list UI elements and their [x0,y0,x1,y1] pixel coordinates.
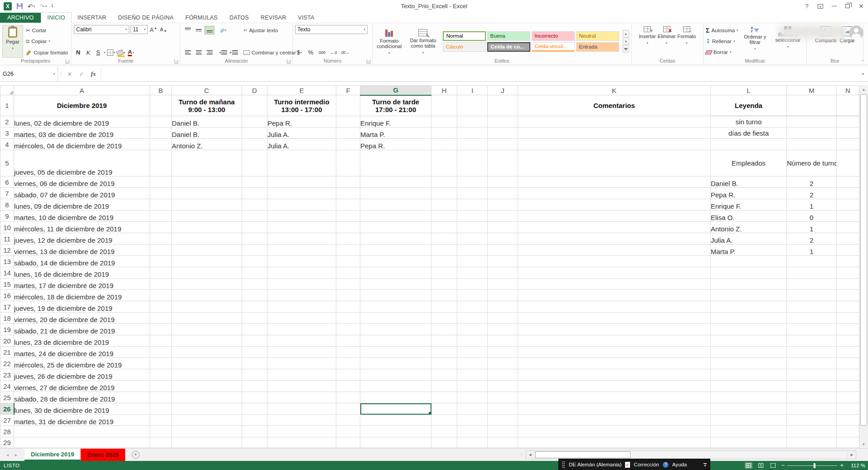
close-button[interactable]: ✕ [854,1,868,11]
cell-F4[interactable] [336,139,360,150]
cell-C15[interactable] [172,279,242,290]
cell-E27[interactable] [267,415,336,426]
cell-style-neutral[interactable]: Neutral [576,31,619,41]
cell-C27[interactable] [172,415,242,426]
page-break-view-button[interactable] [769,462,777,469]
cell-D27[interactable] [242,415,267,426]
row-header-12[interactable]: 12 [0,245,14,256]
row-header-28[interactable]: 28 [0,426,14,437]
underline-button[interactable]: S [94,48,102,57]
cell-K9[interactable] [518,211,711,222]
cell-I25[interactable] [457,392,488,403]
cell-A28[interactable] [14,426,150,437]
cell-F9[interactable] [336,211,360,222]
cell-H17[interactable] [432,301,457,313]
cell-E22[interactable] [267,358,336,369]
align-right-button[interactable] [204,48,214,57]
cell-E7[interactable] [267,188,336,199]
cell-D12[interactable] [242,245,267,256]
cell-H24[interactable] [432,381,457,392]
cell-A3[interactable]: martes, 03 de diciembre de 2019 [14,127,150,139]
cell-E12[interactable] [267,245,336,256]
cell-H14[interactable] [432,267,457,279]
cell-G19[interactable] [360,324,432,335]
cell-D5[interactable] [242,150,267,176]
cell-H2[interactable] [432,116,457,127]
cell-D4[interactable] [242,139,267,150]
row-header-16[interactable]: 16 [0,290,14,301]
clipboard-dialog-launcher-icon[interactable] [66,59,70,64]
cell-G9[interactable] [360,211,432,222]
cell-C24[interactable] [172,381,242,392]
cell-F25[interactable] [336,392,360,403]
cell-K20[interactable] [518,335,711,347]
cell-L7[interactable]: Pepa R. [711,188,787,199]
paste-button[interactable]: Pegar ▾ [2,25,23,58]
wrap-text-button[interactable]: ↩Ajustar texto [243,26,299,34]
cell-I9[interactable] [457,211,488,222]
cell-K1[interactable]: Comentarios [518,95,711,116]
cell-C11[interactable] [172,233,242,245]
gallery-up-icon[interactable]: ▲ [623,30,629,37]
row-header-29[interactable]: 29 [0,437,14,448]
cell-I20[interactable] [457,335,488,347]
cell-H8[interactable] [432,199,457,211]
cell-N28[interactable] [837,426,859,437]
vertical-scroll-thumb[interactable] [860,94,867,426]
cell-I16[interactable] [457,290,488,301]
cell-G24[interactable] [360,381,432,392]
cell-A5[interactable]: jueves, 05 de diciembre de 2019 [14,150,150,176]
cell-H26[interactable] [432,403,457,415]
cell-F19[interactable] [336,324,360,335]
insert-function-icon[interactable]: fx [88,70,99,78]
column-header-E[interactable]: E [267,86,336,95]
cell-E29[interactable] [267,437,336,448]
cell-D26[interactable] [242,403,267,415]
sort-filter-button[interactable]: AZ Ordenar y filtrar▾ [742,25,768,58]
cell-G3[interactable]: Marta P. [360,127,432,139]
cell-E26[interactable] [267,403,336,415]
cell-N18[interactable] [837,313,859,324]
cell-G18[interactable] [360,313,432,324]
cell-M3[interactable] [787,127,837,139]
row-header-9[interactable]: 9 [0,211,14,222]
scroll-up-icon[interactable]: ▲ [859,85,868,93]
name-box[interactable]: G26 ▾ [0,67,58,81]
cell-J23[interactable] [488,369,518,381]
cell-N15[interactable] [837,279,859,290]
cell-N26[interactable] [837,403,859,415]
cell-B22[interactable] [150,358,172,369]
scroll-down-icon[interactable]: ▼ [859,440,868,448]
cell-F23[interactable] [336,369,360,381]
cell-K3[interactable] [518,127,711,139]
cell-L21[interactable] [711,347,787,358]
zoom-in-icon[interactable]: + [840,463,844,468]
cell-B15[interactable] [150,279,172,290]
cell-C1[interactable]: Turno de mañana9:00 - 13:00 [172,95,242,116]
cell-L24[interactable] [711,381,787,392]
autosum-button[interactable]: ΣAutosuma▾ [706,26,738,35]
cell-F17[interactable] [336,301,360,313]
cell-D18[interactable] [242,313,267,324]
cell-N23[interactable] [837,369,859,381]
cell-G8[interactable] [360,199,432,211]
cell-H12[interactable] [432,245,457,256]
cell-A26[interactable]: lunes, 30 de diciembre de 2019 [14,403,150,415]
row-header-25[interactable]: 25 [0,392,14,403]
zoom-thumb[interactable] [814,463,815,468]
cell-C9[interactable] [172,211,242,222]
cell-G5[interactable] [360,150,432,176]
column-header-M[interactable]: M [787,86,837,95]
column-header-B[interactable]: B [150,86,172,95]
cell-L25[interactable] [711,392,787,403]
borders-button[interactable]: ▾ [107,48,116,57]
column-header-C[interactable]: C [172,86,242,95]
cell-E25[interactable] [267,392,336,403]
cell-D24[interactable] [242,381,267,392]
cell-J20[interactable] [488,335,518,347]
cell-style-celda-de-co[interactable]: Celda de co... [487,42,530,52]
cell-G23[interactable] [360,369,432,381]
cell-L19[interactable] [711,324,787,335]
cell-K21[interactable] [518,347,711,358]
cell-I29[interactable] [457,437,488,448]
